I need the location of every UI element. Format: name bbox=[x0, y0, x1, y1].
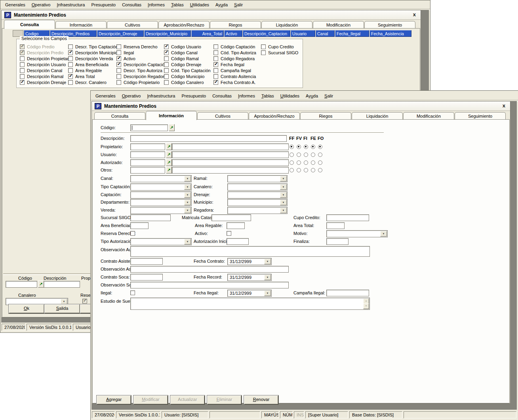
usuario-flag-radios[interactable] bbox=[289, 153, 325, 157]
grid-column-header[interactable]: Area_Total bbox=[191, 30, 224, 37]
propietario-code-input[interactable] bbox=[130, 143, 165, 150]
grid-column-header[interactable]: Fecha_Ilegal bbox=[335, 30, 369, 37]
field-checkbox[interactable]: Código Municipio bbox=[164, 73, 211, 79]
field-checkbox[interactable]: Código Canal bbox=[164, 50, 211, 55]
radio-icon[interactable] bbox=[289, 160, 294, 165]
field-checkbox[interactable]: Fecha Ilegal bbox=[213, 61, 256, 67]
area-beneficiada-input[interactable] bbox=[130, 222, 149, 229]
radio-icon[interactable] bbox=[311, 153, 315, 157]
menu-item[interactable]: Informes bbox=[235, 92, 258, 99]
grid-column-header[interactable]: Descripción_Captacion bbox=[243, 30, 290, 37]
radio-icon[interactable] bbox=[318, 153, 322, 157]
fecha-contrato-select[interactable]: 31/12/2999▼ bbox=[227, 258, 272, 265]
autorizado-code-input[interactable] bbox=[130, 159, 165, 166]
field-checkbox[interactable]: Código Predio bbox=[20, 44, 72, 50]
radio-icon[interactable] bbox=[311, 145, 315, 149]
contrato-asistencia-input[interactable] bbox=[130, 258, 163, 265]
field-checkbox[interactable]: Contrato Asitencia bbox=[213, 73, 256, 79]
field-checkbox[interactable]: Cód. Tipo Autoriza bbox=[213, 50, 256, 55]
captacion-select[interactable]: ▼ bbox=[130, 191, 192, 199]
tab[interactable]: Información bbox=[146, 111, 197, 120]
radio-icon[interactable] bbox=[318, 160, 322, 165]
tab[interactable]: Información bbox=[55, 21, 107, 29]
radio-icon[interactable] bbox=[311, 160, 315, 165]
field-checkbox[interactable]: Código Regadora bbox=[213, 55, 256, 61]
field-checkbox[interactable]: Campaña Ilegal bbox=[213, 67, 256, 73]
field-checkbox[interactable]: Descripción Predio bbox=[20, 50, 72, 55]
vereda-select[interactable]: ▼ bbox=[130, 207, 192, 214]
menu-item[interactable]: Informes bbox=[145, 1, 168, 8]
field-checkbox[interactable]: Descripción Drenaje bbox=[20, 79, 72, 85]
grid-column-header[interactable]: Canal bbox=[316, 30, 335, 37]
observacion-soca-input[interactable] bbox=[130, 282, 289, 288]
area-total-input[interactable] bbox=[326, 222, 345, 229]
menu-item[interactable]: Utilidades bbox=[187, 1, 212, 8]
field-checkbox[interactable]: Código Ramal bbox=[164, 55, 211, 61]
field-checkbox[interactable]: Codigo Usuario bbox=[164, 44, 211, 50]
motivo-select[interactable]: ▼ bbox=[326, 230, 388, 237]
field-checkbox[interactable]: Código Drenaje bbox=[164, 61, 211, 67]
usuario-name-input[interactable] bbox=[172, 151, 289, 158]
radio-icon[interactable] bbox=[318, 145, 322, 149]
activo-checkbox[interactable] bbox=[227, 231, 231, 236]
grid-column-header[interactable]: Usuario bbox=[291, 30, 315, 37]
field-checkbox[interactable]: Descripción Captación bbox=[116, 61, 167, 67]
estudio-suelos-textarea[interactable]: ▲ ▼ bbox=[130, 298, 370, 310]
tab[interactable]: Liquidación bbox=[261, 21, 312, 29]
field-checkbox[interactable]: Descr. Canalero bbox=[68, 79, 118, 85]
field-checkbox[interactable]: Sucursal SIIGO bbox=[261, 50, 298, 55]
renovar-button[interactable]: Renovar bbox=[244, 395, 278, 405]
menu-item[interactable]: Generales bbox=[92, 92, 119, 99]
menu-item[interactable]: Infraestructura bbox=[144, 92, 178, 99]
actualizar-button[interactable]: Actualizar bbox=[170, 395, 205, 405]
area-regable-input[interactable] bbox=[227, 222, 245, 229]
filter-codigo-lookup-button[interactable]: ↗ bbox=[38, 281, 44, 288]
filter-codigo-input[interactable] bbox=[6, 281, 37, 288]
drenaje-select[interactable]: ▼ bbox=[227, 191, 288, 199]
textarea-scrollbar[interactable]: ▲ ▼ bbox=[363, 298, 369, 309]
menu-item[interactable]: Tablas bbox=[168, 1, 187, 8]
modificar-button[interactable]: Modificar bbox=[133, 395, 168, 405]
field-checkbox[interactable]: Descripción Vereda bbox=[68, 55, 118, 61]
tab[interactable]: Riegos bbox=[210, 21, 261, 29]
field-checkbox[interactable]: Reserva Derecho bbox=[116, 44, 167, 50]
field-checkbox[interactable]: Descr. Tipo Captación bbox=[68, 44, 118, 50]
menu-item[interactable]: Consultas bbox=[209, 92, 235, 99]
codigo-lookup-button[interactable]: ↗ bbox=[169, 124, 175, 131]
canal-select[interactable]: ▼ bbox=[130, 175, 192, 182]
tab[interactable]: Cultivos bbox=[107, 21, 158, 29]
field-checkbox[interactable]: Descripción Propietario bbox=[20, 55, 72, 61]
menu-item[interactable]: Consultas bbox=[119, 1, 145, 8]
tab[interactable]: Consulta bbox=[4, 20, 55, 29]
radio-icon[interactable] bbox=[304, 160, 308, 165]
scroll-up-icon[interactable]: ▲ bbox=[363, 298, 369, 304]
field-checkbox[interactable]: Area Regable bbox=[68, 67, 118, 73]
menu-item[interactable]: Generales bbox=[2, 1, 29, 8]
field-checkbox[interactable]: Código Captación bbox=[213, 44, 256, 50]
field-checkbox[interactable]: Cupo Credito bbox=[261, 44, 298, 50]
radio-icon[interactable] bbox=[289, 145, 294, 149]
finaliza-input[interactable] bbox=[326, 238, 349, 245]
radio-icon[interactable] bbox=[289, 168, 294, 172]
menu-item[interactable]: Presupuesto bbox=[88, 1, 119, 8]
tab[interactable]: Riegos bbox=[300, 112, 351, 120]
menu-item[interactable]: Operativo bbox=[29, 1, 54, 8]
matricula-catastral-input[interactable] bbox=[211, 214, 251, 221]
menu-item[interactable]: Presupuesto bbox=[178, 92, 209, 99]
tab[interactable]: Aprobación/Rechazo bbox=[158, 21, 209, 29]
field-checkbox[interactable]: Activo bbox=[116, 55, 167, 61]
menu-item[interactable]: Ayuda bbox=[212, 1, 231, 8]
tipo-captacion-select[interactable]: ▼ bbox=[130, 183, 192, 191]
grid-column-header[interactable]: Activo bbox=[224, 30, 242, 37]
menu-item[interactable]: Utilidades bbox=[277, 92, 303, 99]
radio-icon[interactable] bbox=[297, 145, 301, 149]
fecha-record-select[interactable]: 31/12/2999▼ bbox=[227, 274, 272, 281]
tab[interactable]: Aprobación/Rechazo bbox=[249, 112, 300, 120]
tab[interactable]: Seguimiento bbox=[364, 21, 415, 29]
autorizacion-inicia-input[interactable] bbox=[227, 238, 249, 245]
contrato-soca-input[interactable] bbox=[130, 274, 163, 281]
menu-item[interactable]: Tablas bbox=[258, 92, 277, 99]
propietario-name-input[interactable] bbox=[172, 143, 289, 150]
field-checkbox[interactable]: Descripción Usuario bbox=[20, 61, 72, 67]
filter-reserva-checkbox[interactable] bbox=[82, 299, 87, 304]
